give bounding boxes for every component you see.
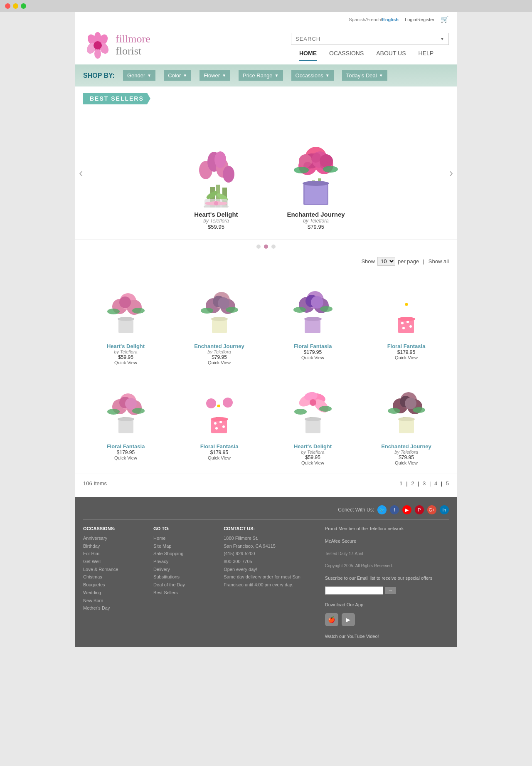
product-grid: Heart's Delight by Teleflora $59.95 Quic… (75, 269, 457, 474)
per-page-label: per page (398, 258, 419, 264)
filter-price-range[interactable]: Price Range ▼ (239, 70, 283, 81)
carousel-items: Heart's Delight by Teleflora $59.95 (175, 116, 357, 230)
product-card-8[interactable]: Enchanted Journey by Teleflora $79.95 Qu… (364, 373, 449, 465)
email-subscribe-input[interactable] (325, 586, 383, 595)
product-3-quick-view[interactable]: Quick View (301, 355, 324, 360)
svg-point-130 (388, 408, 400, 414)
product-7-quick-view[interactable]: Quick View (301, 460, 324, 465)
language-selector[interactable]: Spanish/French/English (349, 17, 399, 22)
carousel-item-2[interactable]: Enchanted Journey by Teleflora $79.95 (274, 116, 357, 230)
search-input[interactable] (296, 36, 438, 42)
svg-point-111 (222, 425, 225, 428)
product-1-quick-view[interactable]: Quick View (114, 360, 137, 365)
show-all-link[interactable]: Show all (429, 258, 449, 264)
product-card-5[interactable]: Floral Fantasia $179.95 Quick View (83, 373, 168, 465)
footer-goto-substitutions[interactable]: Substitutions (153, 573, 215, 581)
footer-goto-sitemap[interactable]: Site Map (153, 542, 215, 550)
footer-link-birthday[interactable]: Birthday (83, 542, 145, 550)
android-app-badge[interactable]: ▶ (342, 613, 355, 626)
search-bar[interactable]: ▼ (291, 33, 449, 45)
product-8-quick-view[interactable]: Quick View (395, 460, 418, 465)
carousel-item-1[interactable]: Heart's Delight by Teleflora $59.95 (175, 116, 258, 230)
cart-icon[interactable]: 🛒 (441, 15, 449, 23)
carousel-dot-2[interactable] (264, 245, 268, 249)
svg-point-5 (94, 32, 101, 42)
nav-ocassions[interactable]: OCASSIONS (329, 50, 364, 61)
filter-color[interactable]: Color ▼ (164, 70, 191, 81)
pinterest-icon[interactable]: P (415, 505, 424, 514)
product-card-2[interactable]: Enchanted Journey by Teleflora $79.95 Qu… (177, 273, 262, 365)
product-4-quick-view[interactable]: Quick View (395, 355, 418, 360)
carousel-prev-button[interactable]: ‹ (79, 166, 83, 180)
apple-app-badge[interactable]: 🍎 (325, 613, 338, 626)
per-page-select[interactable]: 10 20 50 (377, 257, 395, 266)
footer-contact-address: 1880 Fillmore St. (224, 534, 317, 542)
carousel-dot-3[interactable] (271, 245, 276, 249)
twitter-icon[interactable]: 🐦 (377, 505, 387, 514)
carousel-item-2-by: by Teleflora (303, 218, 329, 224)
pagination-sep-3: | (429, 480, 432, 487)
product-5-quick-view[interactable]: Quick View (114, 455, 137, 460)
product-7-price: $59.95 (305, 455, 320, 460)
browser-dot-green[interactable] (21, 3, 26, 9)
footer-goto-safe-shopping[interactable]: Safe Shopping (153, 550, 215, 558)
carousel-next-button[interactable]: › (449, 166, 453, 180)
filter-gender[interactable]: Gender ▼ (123, 70, 155, 81)
page-2-link[interactable]: 2 (411, 480, 414, 487)
footer-link-new-born[interactable]: New Born (83, 597, 145, 605)
footer-link-wedding[interactable]: Wedding (83, 589, 145, 597)
footer-goto-delivery[interactable]: Delivery (153, 566, 215, 573)
filter-occassions[interactable]: Occassions ▼ (291, 70, 334, 81)
carousel-dot-1[interactable] (256, 245, 261, 249)
browser-dot-yellow[interactable] (13, 3, 18, 9)
product-card-1[interactable]: Heart's Delight by Teleflora $59.95 Quic… (83, 273, 168, 365)
product-8-by: by Teleflora (394, 450, 418, 455)
browser-dot-red[interactable] (5, 3, 10, 9)
nav-help[interactable]: HELP (419, 50, 434, 61)
page-3-link[interactable]: 3 (423, 480, 426, 487)
logo-flower-icon (83, 31, 112, 60)
svg-point-67 (320, 306, 332, 312)
product-card-4[interactable]: Floral Fantasia $179.95 Quick View (364, 273, 449, 365)
email-subscribe-button[interactable]: → (385, 587, 396, 594)
footer-goto-privacy[interactable]: Privacy (153, 558, 215, 566)
footer-link-anniversary[interactable]: Anniversary (83, 534, 145, 542)
product-2-quick-view[interactable]: Quick View (208, 360, 231, 365)
footer-link-for-him[interactable]: For Him (83, 550, 145, 558)
footer-link-christmas[interactable]: Chistmas (83, 573, 145, 581)
nav-about-us[interactable]: ABOUT US (376, 50, 406, 61)
footer-link-get-well[interactable]: Get Well (83, 558, 145, 566)
lang-french[interactable]: French (367, 17, 381, 22)
product-1-name: Heart's Delight (107, 343, 145, 349)
googleplus-icon[interactable]: G+ (427, 505, 436, 514)
linkedin-icon[interactable]: in (440, 505, 449, 514)
youtube-icon[interactable]: ▶ (402, 505, 411, 514)
pagination-sep-2: | (418, 480, 421, 487)
footer-copyright: Copyright 2005. All Rights Reserved. (325, 563, 449, 568)
product-card-7[interactable]: Heart's Delight by Teleflora $59.95 Quic… (270, 373, 355, 465)
footer-col-right: Proud Member of the Teleflora.network Mc… (325, 526, 449, 639)
footer-link-bouquetes[interactable]: Bouquetes (83, 581, 145, 589)
facebook-icon[interactable]: f (390, 505, 399, 514)
footer-contact-phone2: 800-300-7705 (224, 558, 317, 566)
filter-flower[interactable]: Flower ▼ (200, 70, 230, 81)
footer-link-love-romance[interactable]: Love & Romance (83, 566, 145, 573)
footer-goto-home[interactable]: Home (153, 534, 215, 542)
footer-col-contact: CONTACT US: 1880 Fillmore St. San Franci… (224, 526, 317, 639)
login-register-link[interactable]: Login/Register (405, 17, 434, 22)
footer-goto-deal[interactable]: Deal of the Day (153, 581, 215, 589)
product-6-quick-view[interactable]: Quick View (208, 455, 231, 460)
nav-home[interactable]: HOME (299, 50, 317, 61)
lang-spanish[interactable]: Spanish (349, 17, 365, 22)
page-4-link[interactable]: 4 (434, 480, 437, 487)
footer-goto-best-sellers[interactable]: Best Sellers (153, 589, 215, 597)
footer-link-mothers-day[interactable]: Mother's Day (83, 604, 145, 612)
lang-english[interactable]: English (382, 17, 399, 22)
svg-point-7 (94, 41, 102, 49)
product-card-3[interactable]: Floral Fantasia $179.95 Quick View (270, 273, 355, 365)
search-dropdown-icon[interactable]: ▼ (440, 37, 444, 41)
page-5-link[interactable]: 5 (446, 480, 449, 487)
filter-todays-deal[interactable]: Today's Deal ▼ (342, 70, 387, 81)
shop-by-bar: SHOP BY: Gender ▼ Color ▼ Flower ▼ Price… (75, 64, 457, 86)
product-card-6[interactable]: Floral Fantasia $179.95 Quick View (177, 373, 262, 465)
